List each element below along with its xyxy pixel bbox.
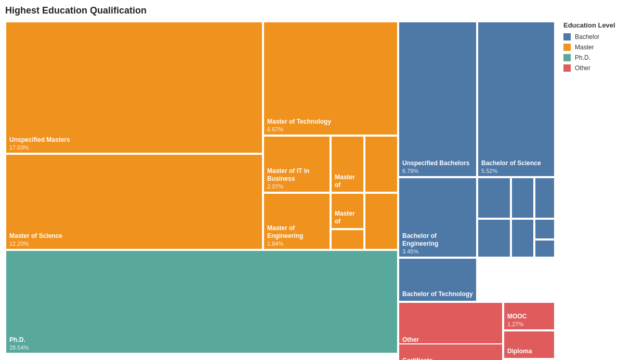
cell-pct: 2.07% (267, 183, 326, 190)
cell-master-of-2[interactable]: Master of (331, 193, 364, 229)
cell-unspecified-bachelors[interactable]: Unspecified Bachelors6.79% (398, 21, 477, 177)
legend-label: Other (575, 64, 590, 72)
cell-label: Master of (335, 174, 360, 190)
cell-label: Master of Technology (267, 118, 394, 126)
cell-pct: 3.45% (402, 248, 473, 255)
cell-master-of-it-business[interactable]: Master of IT in Business2.07% (263, 136, 331, 193)
cell-label: Bachelor of Technology (402, 290, 473, 299)
cell-bachelor-small-1[interactable] (477, 177, 511, 219)
treemap: Unspecified Masters17.03%Master of Scien… (5, 21, 553, 354)
cell-label: Bachelor of Science (481, 159, 551, 168)
cell-bachelor-small-3[interactable] (534, 177, 555, 219)
legend: Education Level Bachelor Master Ph.D. Ot… (553, 21, 644, 354)
cell-pct: 1.84% (267, 241, 326, 247)
cell-pct: 5.52% (481, 168, 551, 174)
cell-pct: 28.54% (9, 344, 394, 351)
cell-bachelor-small-4[interactable] (477, 219, 511, 258)
cell-label: Ph.D. (9, 336, 394, 344)
legend-item: Ph.D. (563, 54, 644, 61)
cell-master-of-3[interactable] (331, 229, 364, 250)
page-title: Highest Education Qualification (5, 5, 639, 16)
chart-area: Unspecified Masters17.03%Master of Scien… (5, 21, 644, 354)
cell-label: Bachelor of Engineering (402, 232, 473, 248)
legend-item: Master (563, 44, 644, 51)
legend-label: Master (575, 44, 594, 51)
cell-label: Master of (335, 210, 360, 226)
cell-label: Certificate (402, 357, 499, 360)
cell-diploma[interactable]: Diploma (503, 330, 555, 359)
legend-item: Other (563, 64, 644, 72)
cell-bachelor-small-7[interactable] (534, 239, 555, 258)
cell-pct: 12.20% (9, 241, 259, 247)
cell-label: Unspecified Bachelors (402, 159, 473, 168)
cell-pct: 6.67% (267, 126, 394, 132)
cell-bachelor-of-science[interactable]: Bachelor of Science5.52% (477, 21, 555, 177)
cell-bachelor-small-2[interactable] (511, 177, 534, 219)
cell-label: Master of IT in Business (267, 167, 326, 183)
cell-master-of-science[interactable]: Master of Science12.20% (5, 154, 263, 250)
cell-master-of-1[interactable]: Master of (331, 136, 364, 193)
cell-master-of-engineering[interactable]: Master of Engineering1.84% (263, 193, 331, 250)
cell-label: MOOC (507, 313, 551, 321)
cell-label: Diploma (507, 348, 551, 356)
legend-item: Bachelor (563, 33, 644, 41)
legend-color-swatch (563, 64, 571, 72)
cell-label: Master of Science (9, 232, 259, 241)
cell-pct: 1.27% (507, 321, 551, 327)
cell-pct: 17.03% (9, 144, 259, 151)
cell-mooc[interactable]: MOOC1.27% (503, 302, 555, 330)
cell-label: Unspecified Masters (9, 136, 259, 144)
cell-bachelor-of-engineering[interactable]: Bachelor of Engineering3.45% (398, 177, 477, 258)
cell-pct: 6.79% (402, 168, 473, 174)
legend-color-swatch (563, 33, 571, 41)
cell-master-small-1[interactable] (364, 136, 398, 193)
legend-color-swatch (563, 54, 571, 61)
legend-title: Education Level (563, 21, 644, 29)
cell-bachelor-small-5[interactable] (511, 219, 534, 258)
cell-bachelor-of-technology[interactable]: Bachelor of Technology (398, 258, 477, 302)
cell-master-small-2[interactable] (364, 193, 398, 250)
cell-bachelor-small-6[interactable] (534, 219, 555, 239)
legend-color-swatch (563, 44, 571, 51)
legend-label: Ph.D. (575, 54, 590, 61)
cell-unspecified-masters[interactable]: Unspecified Masters17.03% (5, 21, 263, 154)
cell-certificate[interactable]: Certificate2.07% (398, 343, 503, 360)
legend-label: Bachelor (575, 33, 599, 41)
cell-label: Master of Engineering (267, 224, 326, 241)
cell-master-of-technology[interactable]: Master of Technology6.67% (263, 21, 398, 136)
cell-phd[interactable]: Ph.D.28.54% (5, 250, 398, 354)
